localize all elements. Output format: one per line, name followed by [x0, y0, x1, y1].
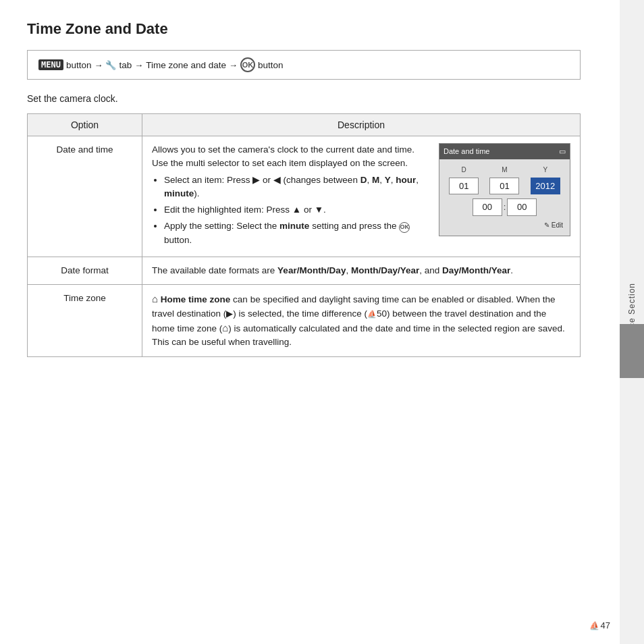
nav-text-1: button — [66, 60, 92, 70]
val-day: 01 — [449, 178, 479, 195]
page-title: Time Zone and Date — [27, 20, 581, 38]
val-month: 01 — [489, 178, 519, 195]
desc-date-format: The available date formats are Year/Mont… — [142, 257, 581, 284]
desc-time-zone: ⌂ Home time zone can be specified and da… — [142, 285, 581, 357]
label-m: M — [487, 165, 521, 175]
ok-badge: OK — [240, 57, 255, 72]
camera-page-icon: ⛵ — [589, 621, 599, 630]
camera-screen-titlebar: Date and time ▭ — [439, 144, 570, 159]
wrench-icon: 🔧 — [105, 60, 116, 70]
arrow-2: → — [134, 60, 143, 70]
camera-screen: Date and time ▭ D M Y 01 — [439, 143, 570, 236]
col-header-option: Option — [28, 114, 142, 136]
table-row: Date format The available date formats a… — [28, 257, 581, 284]
camera-dmy-values: 01 01 2012 — [444, 178, 566, 195]
bullet-2: Edit the highlighted item: Press ▲ or ▼. — [164, 203, 428, 217]
desc-bullets: Select an item: Press ▶ or ◀ (changes be… — [164, 173, 428, 247]
camera-time-row: 00 : 00 — [444, 198, 566, 216]
nav-text-3: Time zone and date — [146, 60, 226, 70]
time-separator: : — [504, 200, 506, 214]
desc-date-time: Allows you to set the camera's clock to … — [142, 136, 581, 257]
menu-badge: MENU — [38, 59, 63, 70]
camera-edit-bar: ✎ Edit — [444, 220, 566, 230]
arrow-1: → — [94, 60, 103, 70]
info-table: Option Description Date and time Allows … — [27, 113, 581, 357]
option-time-zone: Time zone — [28, 285, 142, 357]
bullet-1: Select an item: Press ▶ or ◀ (changes be… — [164, 173, 428, 201]
label-d: D — [447, 165, 481, 175]
camera-dmy-labels: D M Y — [444, 165, 566, 175]
battery-icon: ▭ — [559, 146, 566, 157]
col-header-description: Description — [142, 114, 581, 136]
table-row: Time zone ⌂ Home time zone can be specif… — [28, 285, 581, 357]
nav-text-2: tab — [119, 60, 132, 70]
desc-intro: Allows you to set the camera's clock to … — [152, 143, 428, 171]
arrow-3: → — [229, 60, 238, 70]
reference-sidebar: Reference Section — [620, 0, 644, 644]
val-hours: 00 — [473, 198, 502, 216]
reference-tab — [620, 324, 644, 378]
subtitle: Set the camera clock. — [27, 93, 581, 104]
bullet-3: Apply the setting: Select the minute set… — [164, 219, 428, 247]
option-date-time: Date and time — [28, 136, 142, 257]
label-y: Y — [529, 165, 562, 175]
nav-box: MENU button → 🔧 tab → Time zone and date… — [27, 50, 581, 80]
page-number: ⛵ 47 — [589, 620, 610, 630]
camera-screen-title: Date and time — [444, 146, 489, 157]
edit-icon: ✎ Edit — [544, 220, 563, 230]
table-row: Date and time Allows you to set the came… — [28, 136, 581, 257]
page-num-text: 47 — [601, 620, 610, 630]
time-zone-text: ⌂ Home time zone can be specified and da… — [152, 292, 570, 350]
camera-screen-body: D M Y 01 01 2012 00 — [439, 159, 570, 236]
val-minutes: 00 — [507, 198, 537, 216]
nav-text-4: button — [258, 60, 284, 70]
option-date-format: Date format — [28, 257, 142, 284]
val-year: 2012 — [531, 178, 560, 195]
